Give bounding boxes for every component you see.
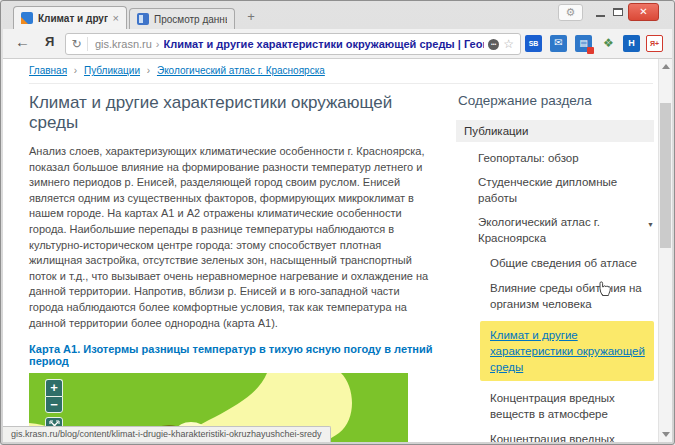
- switcher-extension-icon[interactable]: ❖: [600, 35, 617, 52]
- tab-climate[interactable]: Климат и другие хара ×: [13, 6, 127, 29]
- maximize-button[interactable]: [611, 5, 626, 20]
- mail-extension-icon[interactable]: ✉: [550, 35, 567, 52]
- status-url-tooltip: gis.krasn.ru/blog/content/klimat-i-drugi…: [3, 426, 331, 442]
- browser-window: Климат и другие хара × Просмотр данных +…: [0, 0, 675, 445]
- scroll-up-icon[interactable]: [662, 64, 670, 69]
- back-button[interactable]: ←: [15, 33, 30, 50]
- bookmark-star-icon[interactable]: ☆: [503, 37, 514, 51]
- address-bar[interactable]: ↻ gis.krasn.ru › Климат и другие характе…: [65, 33, 521, 55]
- new-tab-button[interactable]: +: [243, 9, 259, 25]
- settings-gear-icon[interactable]: ⚙: [558, 4, 583, 21]
- geoportal-favicon-icon: [21, 12, 33, 24]
- article-paragraph-1: Анализ слоев, характеризующих климатичес…: [29, 144, 433, 331]
- close-window-button[interactable]: ✕: [628, 3, 659, 21]
- mouse-cursor-icon: [597, 279, 614, 302]
- breadcrumb-atlas-link[interactable]: Экологический атлас г. Красноярска: [157, 65, 325, 76]
- page-title: Климат и другие характеристики окружающе…: [29, 93, 433, 133]
- url-separator: ›: [156, 38, 160, 50]
- sidebar-item-student-works[interactable]: Студенческие дипломные работы: [478, 174, 654, 206]
- sidebar-child-environment-impact[interactable]: Влияние среды обитания на организм челов…: [490, 280, 654, 312]
- yandex-plus-extension-icon[interactable]: Я+: [646, 35, 663, 52]
- scroll-down-icon[interactable]: [662, 432, 670, 437]
- tab-close-icon[interactable]: ×: [113, 12, 119, 24]
- reload-icon[interactable]: ↻: [66, 37, 88, 51]
- tab-data-viewer[interactable]: Просмотр данных: [129, 8, 235, 29]
- data-viewer-favicon-icon: [137, 13, 149, 25]
- yandex-button[interactable]: Я: [45, 34, 54, 49]
- page-scrollbar[interactable]: [658, 59, 672, 442]
- tab-strip: Климат и другие хара × Просмотр данных +…: [1, 1, 674, 29]
- downloads-extension-icon[interactable]: ▤: [575, 35, 592, 52]
- sidebar-child-climate-active[interactable]: Климат и другие характеристики окружающе…: [480, 321, 654, 381]
- screenshot-root: Климат и другие хара × Просмотр данных +…: [0, 0, 675, 445]
- breadcrumb-separator: ›: [147, 65, 150, 76]
- chevron-down-icon: ▼: [647, 217, 654, 233]
- h-extension-icon[interactable]: H: [623, 35, 640, 52]
- article-content: Климат и другие характеристики окружающе…: [29, 83, 433, 442]
- url-page-title: Климат и другие характеристики окружающе…: [164, 38, 485, 50]
- sidebar-item-geoportals[interactable]: Геопорталы: обзор: [478, 150, 654, 166]
- sidebar-item-eco-atlas[interactable]: Экологический атлас г. Красноярска ▼: [478, 214, 654, 246]
- url-domain: gis.krasn.ru: [95, 38, 152, 50]
- breadcrumb-separator: ›: [74, 65, 77, 76]
- sidebar-child-air-pollution[interactable]: Концентрация вредных веществ в атмосфере: [490, 390, 654, 422]
- breadcrumb: Главная › Публикации › Экологический атл…: [29, 65, 653, 84]
- browser-toolbar: ← Я ↻ gis.krasn.ru › Климат и другие хар…: [3, 29, 672, 59]
- minimize-button[interactable]: [593, 5, 608, 20]
- tab-title: Климат и другие хара: [38, 13, 108, 24]
- breadcrumb-home-link[interactable]: Главная: [29, 65, 67, 76]
- tab-title: Просмотр данных: [154, 14, 227, 25]
- sidebar-child-atlas-info[interactable]: Общие сведения об атласе: [490, 255, 654, 271]
- map-caption-link[interactable]: Карта А1. Изотермы разницы температур в …: [29, 343, 432, 367]
- map-zoom-out-button[interactable]: −: [45, 396, 63, 413]
- scrollbar-thumb[interactable]: [660, 103, 671, 248]
- sberbank-extension-icon[interactable]: SB: [525, 35, 542, 52]
- breadcrumb-publications-link[interactable]: Публикации: [84, 65, 140, 76]
- sidebar-item-publications[interactable]: Публикации: [456, 120, 654, 142]
- sidebar-item-label: Экологический атлас г. Красноярска: [478, 216, 600, 244]
- page-viewport: Главная › Публикации › Экологический атл…: [3, 59, 672, 442]
- adblock-badge-icon[interactable]: •••: [488, 39, 499, 50]
- section-sidebar: Содержание раздела Публикации Геопорталы…: [456, 83, 654, 442]
- sidebar-child-snow-pollution[interactable]: Концентрация вредных веществ в снежном п…: [490, 431, 654, 442]
- sidebar-heading: Содержание раздела: [458, 93, 654, 108]
- map-zoom-in-button[interactable]: +: [45, 379, 63, 396]
